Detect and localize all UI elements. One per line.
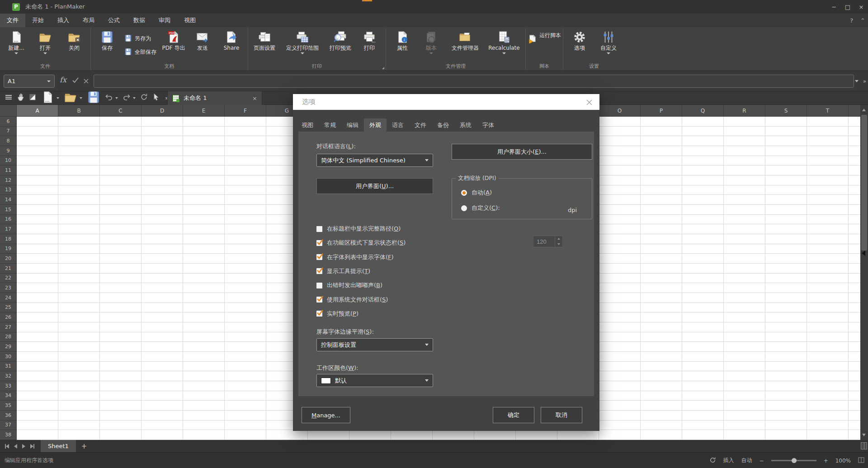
row-header-13[interactable]: 13 — [0, 185, 17, 195]
dialog-language-select[interactable]: 简体中文 (Simplified Chinese) — [316, 154, 433, 167]
row-header-26[interactable]: 26 — [0, 312, 17, 322]
dialog-close-icon[interactable] — [584, 97, 594, 107]
row-header-33[interactable]: 33 — [0, 381, 17, 391]
ribbon-button-打开[interactable]: 打开 — [31, 28, 60, 63]
dialog-tab-文件[interactable]: 文件 — [409, 118, 432, 132]
qat-redo-icon[interactable] — [123, 93, 136, 103]
qat-pointer-icon[interactable] — [152, 93, 160, 103]
dpi-auto-radio[interactable]: 自动(A) — [461, 189, 492, 197]
scroll-up-icon[interactable] — [862, 109, 866, 111]
column-header-Q[interactable]: Q — [682, 105, 724, 117]
formula-input[interactable] — [94, 75, 854, 88]
ribbon-button-页面设置[interactable]: 页面设置 — [250, 28, 279, 63]
checkbox-显示工具提示(T)[interactable]: 显示工具提示(T) — [316, 267, 370, 276]
document-tab[interactable]: 未命名 1 × — [167, 91, 262, 105]
ribbon-button-定义打印范围[interactable]: 定义打印范围 — [279, 28, 326, 63]
split-view-icon[interactable] — [861, 442, 867, 449]
qat-menu-icon[interactable] — [5, 93, 13, 103]
qat-touch-mode-icon[interactable] — [17, 93, 24, 103]
dialog-tab-外观[interactable]: 外观 — [364, 118, 387, 132]
dpi-stepper[interactable] — [555, 236, 562, 247]
dialog-tab-备份[interactable]: 备份 — [432, 118, 454, 132]
dialog-tab-编辑[interactable]: 编辑 — [341, 118, 364, 132]
column-header-F[interactable]: F — [225, 105, 266, 117]
menu-tab-视图[interactable]: 视图 — [177, 14, 203, 27]
dialog-titlebar[interactable]: 选项 — [293, 94, 599, 110]
column-header-P[interactable]: P — [641, 105, 682, 117]
row-header-30[interactable]: 30 — [0, 352, 17, 362]
dialog-tab-语言[interactable]: 语言 — [387, 118, 409, 132]
menu-tab-布局[interactable]: 布局 — [76, 14, 101, 27]
collapse-ribbon-button[interactable]: ⌃ — [860, 17, 865, 24]
checkbox-实时预览(P)[interactable]: 实时预览(P) — [316, 309, 359, 318]
cancel-entry-button[interactable] — [83, 77, 89, 86]
column-header-E[interactable]: E — [183, 105, 225, 117]
document-tab-close-icon[interactable]: × — [252, 95, 257, 102]
zoom-slider-thumb[interactable] — [792, 458, 797, 463]
row-header-32[interactable]: 32 — [0, 371, 17, 381]
formula-bar-options-icon[interactable] — [855, 80, 859, 82]
column-header-R[interactable]: R — [724, 105, 765, 117]
row-header-23[interactable]: 23 — [0, 283, 17, 293]
row-header-24[interactable]: 24 — [0, 293, 17, 303]
split-view-icon[interactable] — [858, 457, 864, 464]
zoom-slider[interactable] — [771, 460, 816, 461]
minimize-button[interactable]: − — [827, 0, 841, 14]
add-sheet-button[interactable]: + — [81, 442, 87, 450]
close-button[interactable]: × — [854, 0, 868, 14]
row-header-6[interactable]: 6 — [0, 117, 17, 127]
ribbon-button-PDF 导出[interactable]: PDFPDF 导出 — [159, 28, 188, 63]
row-header-28[interactable]: 28 — [0, 332, 17, 342]
cancel-button[interactable]: 取消 — [541, 407, 582, 423]
ribbon-button-选项[interactable]: 选项 — [565, 28, 594, 63]
qat-repeat-icon[interactable] — [140, 93, 148, 103]
column-header-D[interactable]: D — [142, 105, 183, 117]
ui-size-button[interactable]: 用户界面大小(E)... — [452, 144, 592, 160]
zoom-out-button[interactable]: − — [760, 458, 764, 464]
insert-mode-indicator[interactable]: 插入 — [723, 457, 734, 464]
dialog-tab-视图[interactable]: 视图 — [296, 118, 319, 132]
vertical-scroll-thumb[interactable] — [861, 115, 867, 251]
ribbon-button-关闭[interactable]: 关闭 — [60, 28, 89, 63]
first-sheet-button[interactable] — [5, 444, 9, 449]
split-marker-icon[interactable] — [862, 251, 865, 256]
font-smoothing-select[interactable]: 控制面板设置 — [316, 338, 433, 351]
zoom-level[interactable]: 100% — [835, 458, 851, 464]
zoom-in-button[interactable]: + — [824, 458, 828, 464]
vertical-scrollbar[interactable] — [860, 105, 868, 440]
qat-open-folder-icon[interactable] — [64, 90, 82, 106]
last-sheet-button[interactable] — [30, 444, 34, 449]
dialog-tab-字体[interactable]: 字体 — [477, 118, 500, 132]
row-header-7[interactable]: 7 — [0, 127, 17, 137]
menu-tab-数据[interactable]: 数据 — [127, 14, 152, 27]
help-button[interactable]: ? — [850, 17, 853, 24]
function-wizard-button[interactable]: fx — [60, 76, 66, 84]
row-header-12[interactable]: 12 — [0, 175, 17, 185]
row-header-17[interactable]: 17 — [0, 224, 17, 234]
row-header-27[interactable]: 27 — [0, 322, 17, 332]
ribbon-button-新建...[interactable]: 新建... — [2, 28, 31, 63]
row-header-35[interactable]: 35 — [0, 401, 17, 411]
menu-tab-插入[interactable]: 插入 — [51, 14, 76, 27]
ribbon-button-全部保存[interactable]: 全部保存 — [124, 48, 156, 57]
confirm-entry-button[interactable] — [71, 76, 80, 85]
row-header-15[interactable]: 15 — [0, 205, 17, 215]
checkbox-使用系统文件对话框(S)[interactable]: 使用系统文件对话框(S) — [316, 295, 388, 304]
menu-tab-公式[interactable]: 公式 — [101, 14, 127, 27]
ribbon-button-打印[interactable]: 打印 — [355, 28, 384, 63]
row-header-18[interactable]: 18 — [0, 234, 17, 244]
spin-down-icon[interactable] — [557, 243, 560, 245]
row-header-11[interactable]: 11 — [0, 165, 17, 175]
row-header-34[interactable]: 34 — [0, 391, 17, 401]
ribbon-button-发送[interactable]: 发送 — [188, 28, 217, 63]
row-header-9[interactable]: 9 — [0, 146, 17, 156]
menu-tab-开始[interactable]: 开始 — [25, 14, 51, 27]
select-all-corner[interactable] — [0, 105, 17, 117]
formula-overflow-button[interactable]: » — [863, 78, 866, 85]
row-header-20[interactable]: 20 — [0, 254, 17, 264]
checkbox-在字体列表中显示字体(F)[interactable]: 在字体列表中显示字体(F) — [316, 253, 394, 262]
row-header-37[interactable]: 37 — [0, 421, 17, 430]
ribbon-button-属性[interactable]: i属性 — [388, 28, 417, 63]
row-header-29[interactable]: 29 — [0, 342, 17, 352]
cell-reference-box[interactable]: A1 — [4, 75, 55, 88]
